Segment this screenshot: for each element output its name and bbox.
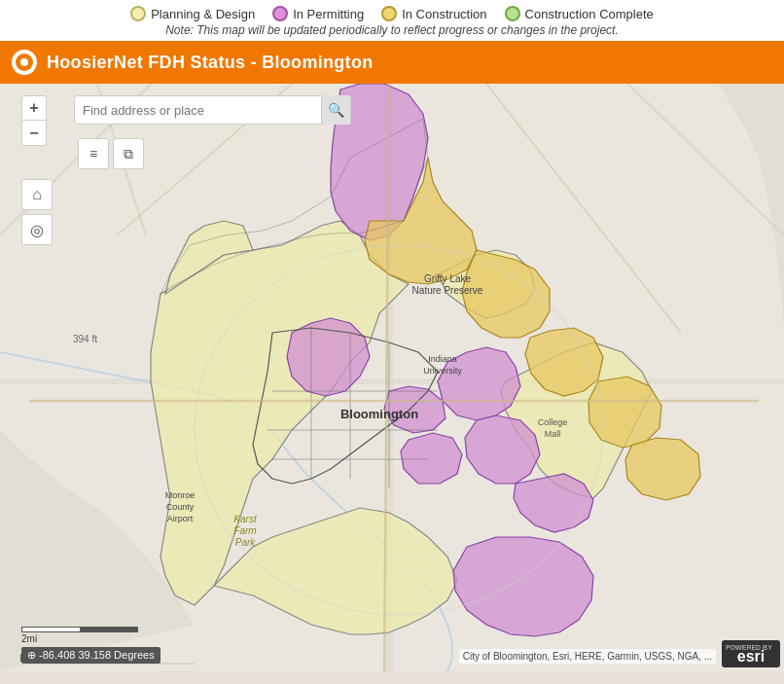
svg-text:Griffy Lake: Griffy Lake (424, 273, 472, 284)
planning-dot (130, 6, 146, 21)
scale-segment-white (21, 627, 80, 632)
zoom-in-button[interactable]: + (21, 95, 47, 121)
legend-note: Note: This map will be updated periodica… (165, 23, 619, 37)
header-bar: HoosierNet FDH Status - Bloomington (0, 41, 784, 84)
esri-logo: POWERED BY esri (722, 640, 780, 667)
svg-text:County: County (166, 502, 195, 512)
search-button[interactable]: 🔍 (321, 95, 350, 125)
map-container[interactable]: 394 ft HoosierNet FDH Status - Bloomingt… (0, 41, 784, 671)
construction-dot (381, 6, 397, 21)
powered-by-text: POWERED BY (726, 644, 772, 651)
attribution-content: City of Bloomington, Esri, HERE, Garmin,… (463, 651, 712, 662)
svg-text:Monroe: Monroe (165, 490, 196, 500)
construction-label: In Construction (402, 7, 486, 21)
svg-text:Bloomington: Bloomington (340, 407, 418, 421)
planning-label: Planning & Design (151, 7, 255, 21)
zoom-out-button[interactable]: − (21, 121, 47, 146)
coordinates-value: ⊕ -86.408 39.158 Degrees (27, 649, 155, 661)
home-icon: ⌂ (32, 186, 42, 203)
home-button[interactable]: ⌂ (21, 179, 53, 210)
svg-text:College: College (538, 417, 568, 427)
layers-icon: ⧉ (124, 146, 133, 162)
legend-construction: In Construction (381, 6, 486, 21)
legend-items: Planning & Design In Permitting In Const… (130, 6, 654, 21)
header-title: HoosierNet FDH Status - Bloomington (47, 53, 374, 73)
layers-tool-button[interactable]: ⧉ (113, 138, 144, 169)
svg-text:Airport: Airport (167, 514, 194, 523)
scale-segment-black (80, 627, 138, 632)
legend-permitting: In Permitting (272, 6, 364, 21)
svg-text:Indiana: Indiana (428, 354, 457, 364)
scale-label: 2mi (21, 633, 37, 644)
legend-planning: Planning & Design (130, 6, 255, 21)
map-overlay: Bloomington Griffy Lake Nature Preserve … (0, 41, 784, 671)
legend-bar: Planning & Design In Permitting In Const… (0, 0, 784, 41)
svg-text:Mall: Mall (545, 429, 561, 439)
list-tool-button[interactable]: ≡ (78, 138, 109, 169)
list-icon: ≡ (89, 146, 97, 162)
logo-inner (16, 54, 33, 71)
permitting-label: In Permitting (293, 7, 364, 21)
legend-complete: Construction Complete (505, 6, 654, 21)
search-bar[interactable]: 🔍 (74, 95, 351, 125)
permitting-dot (272, 6, 288, 21)
attribution-text: City of Bloomington, Esri, HERE, Garmin,… (459, 649, 716, 664)
zoom-controls: + − (21, 95, 47, 146)
locate-icon: ◎ (30, 221, 44, 239)
svg-text:Park: Park (235, 537, 257, 548)
list-tools: ≡ ⧉ (78, 138, 144, 169)
app-logo (12, 50, 37, 75)
complete-label: Construction Complete (525, 7, 654, 21)
complete-dot (505, 6, 520, 21)
coordinates-bar: ⊕ -86.408 39.158 Degrees (21, 647, 160, 664)
scale-bar: 2mi (21, 627, 138, 644)
svg-text:Karst: Karst (233, 514, 258, 524)
svg-text:University: University (423, 366, 462, 376)
svg-text:Nature Preserve: Nature Preserve (412, 285, 483, 296)
search-input[interactable] (75, 103, 321, 118)
locate-button[interactable]: ◎ (21, 214, 53, 245)
svg-text:Farm: Farm (233, 525, 256, 536)
